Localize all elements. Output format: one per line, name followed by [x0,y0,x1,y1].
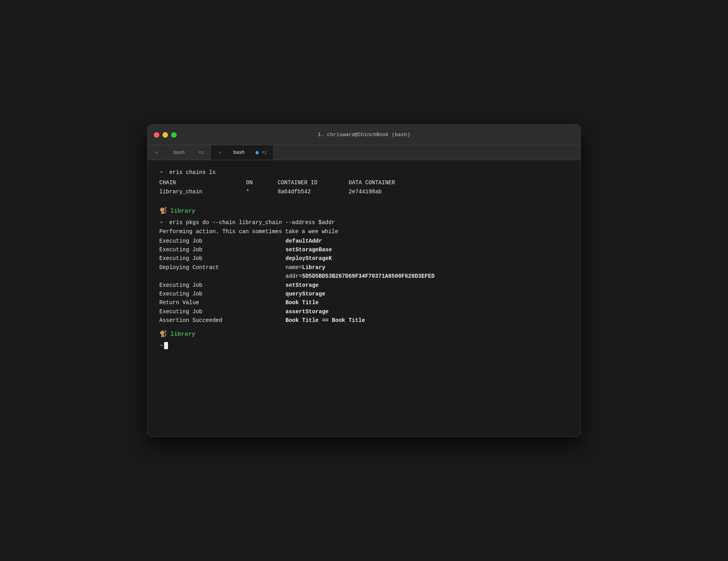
job-label-0: Executing Job [159,237,286,245]
job-value-0: defaultAddr [286,237,322,245]
assertion-line: Assertion Succeeded Book Title == Book T… [159,316,569,325]
row-on: * [246,187,278,196]
addr-hash-bold: 5D5D5BD53B267D69F34F70371A8500F620D3EFED [302,273,435,279]
monkey-icon-2: 🐒 [159,329,167,340]
tab-shortcut-2: ⌘2 [262,150,267,155]
spacer-1 [159,196,569,202]
section-name-2: library [170,330,195,339]
job-line-8: Executing Job assertStorage [159,307,569,316]
job-label-7: Return Value [159,298,286,307]
col-data-container: DATA CONTAINER [349,178,447,187]
contract-name-bold: Library [302,264,325,271]
job-line-1: Executing Job setStorageBase [159,245,569,254]
job-label-1: Executing Job [159,245,286,254]
addr-value: addr=5D5D5BD53B267D69F34F70371A8500F620D… [286,272,435,280]
performing-line: Performing action. This can sometimes ta… [159,227,569,236]
tab-bar: ✕ bash ⌘1 ✕ bash ⌘2 [147,145,581,160]
job-line-6: Executing Job queryStorage [159,290,569,298]
job-line-0: Executing Job defaultAddr [159,237,569,245]
job-label-8: Executing Job [159,307,286,316]
addr-line: addr=5D5D5BD53B267D69F34F70371A8500F620D… [159,272,569,280]
terminal-cursor [164,342,168,349]
addr-indent [159,272,286,280]
assertion-value: Book Title == Book Title [286,316,365,325]
col-container-id: CONTAINER ID [278,178,349,187]
tab-bash-1[interactable]: ✕ bash ⌘1 [147,145,211,160]
job-value-2: deployStorageK [286,254,332,263]
job-label-5: Executing Job [159,281,286,290]
window-title: 1. chrisward@ChinchBook (bash) [318,132,410,138]
command-text-1: eris chains ls [169,168,216,177]
close-button[interactable] [154,132,159,138]
command-text-2: eris pkgs do --chain library_chain --add… [169,218,335,227]
section-label-1: 🐒 library [159,206,569,217]
tab-active-indicator [256,151,259,154]
maximize-button[interactable] [171,132,177,138]
table-header: CHAIN ON CONTAINER ID DATA CONTAINER [159,178,569,187]
cursor-line: ➜ [159,341,569,350]
section-name-1: library [170,207,195,216]
job-value-5: setStorage [286,281,319,290]
terminal-window: 1. chrisward@ChinchBook (bash) ✕ bash ⌘1… [147,124,581,437]
contract-value: name=Library [286,263,325,272]
traffic-lights [154,132,177,138]
tab-shortcut-1: ⌘1 [199,150,204,155]
contract-label: Deploying Contract [159,263,286,272]
minimize-button[interactable] [162,132,168,138]
titlebar: 1. chrisward@ChinchBook (bash) [147,125,581,145]
col-on: ON [246,178,278,187]
section-label-2: 🐒 library [159,329,569,340]
job-label-6: Executing Job [159,290,286,298]
job-value-8: assertStorage [286,307,329,316]
job-value-1: setStorageBase [286,245,332,254]
command-line-1: ➜ eris chains ls [159,168,569,177]
col-chain: CHAIN [159,178,246,187]
tab-close-1[interactable]: ✕ [154,150,159,155]
monkey-icon-1: 🐒 [159,206,167,217]
table-row: library_chain * 8a64dfb542 2e744198ab [159,187,569,196]
assertion-label: Assertion Succeeded [159,316,286,325]
row-chain: library_chain [159,187,246,196]
tab-label-2: bash [226,150,252,155]
tab-bash-2[interactable]: ✕ bash ⌘2 [211,145,274,160]
terminal-body: ➜ eris chains ls CHAIN ON CONTAINER ID D… [147,160,581,436]
job-line-5: Executing Job setStorage [159,281,569,290]
command-line-2: ➜ eris pkgs do --chain library_chain --a… [159,218,569,227]
contract-line: Deploying Contract name=Library [159,263,569,272]
job-value-6: queryStorage [286,290,325,298]
row-container-id: 8a64dfb542 [278,187,349,196]
tab-close-2[interactable]: ✕ [217,150,222,155]
job-line-2: Executing Job deployStorageK [159,254,569,263]
prompt-arrow-1: ➜ [159,168,169,177]
tab-label-1: bash [162,150,196,155]
row-data-container: 2e744198ab [349,187,447,196]
job-value-7: Book Title [286,298,319,307]
prompt-arrow-3: ➜ [159,341,162,350]
job-label-2: Executing Job [159,254,286,263]
prompt-arrow-2: ➜ [159,218,169,227]
job-line-7: Return Value Book Title [159,298,569,307]
